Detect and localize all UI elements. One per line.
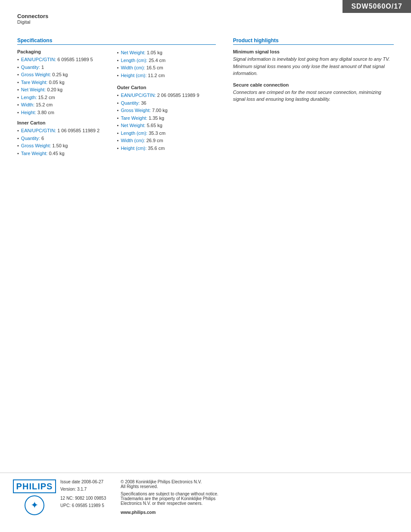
list-item: Gross Weight:7.00 kg [117,107,216,114]
list-item: Quantity:1 [17,64,109,71]
page: SDW5060O/17 Connectors Digital Specifica… [0,0,411,532]
packaging-heading: Packaging [17,49,109,54]
list-item: Width:15.2 cm [17,101,109,109]
highlights-title: Product highlights [233,37,394,45]
outer-carton-heading: Outer Carton [117,85,216,90]
list-item: Length (cm):35.3 cm [117,130,216,137]
list-item: Gross Weight:1.50 kg [17,142,109,149]
philips-logo: PHILIPS ✦ [17,479,52,517]
specifications-title: Specifications [17,37,216,45]
philips-logo-area: PHILIPS ✦ [17,479,52,517]
philips-wordmark: PHILIPS [13,479,56,493]
svg-text:✦: ✦ [31,500,38,510]
list-item: Width (cm):26.9 cm [117,137,216,144]
list-item: Length (cm):25.4 cm [117,57,216,64]
highlight-heading-1: Minimum signal loss [233,49,394,54]
inner-carton-heading: Inner Carton [17,120,109,125]
footer-nc: 12 NC: 9082 100 09853 [60,496,112,501]
footer-disclaimer: Specifications are subject to change wit… [121,492,394,506]
list-item: Tare Weight:0.05 kg [17,79,109,86]
highlight-item-1: Minimum signal loss Signal information i… [233,49,394,77]
packaging-list: EAN/UPC/GTIN:6 09585 11989 5 Quantity:1 … [17,56,109,116]
highlight-item-2: Secure cable connection Connectors are c… [233,82,394,103]
right-packaging-list: Net Weight:1.05 kg Length (cm):25.4 cm W… [117,49,216,79]
footer-upc: UPC: 6 09585 11989 5 [60,503,112,508]
list-item: Tare Weight:0.45 kg [17,150,109,157]
list-item: Quantity:36 [117,100,216,107]
product-category: Connectors [17,13,394,19]
footer-info: Issue date 2008-06-27 Version: 3.1.7 12 … [60,479,394,515]
footer-copyright: © 2008 Koninklijke Philips Electronics N… [121,479,394,489]
list-item: Height (cm):11.2 cm [117,72,216,79]
product-subcategory: Digital [17,19,394,25]
list-item: Width (cm):16.5 cm [117,64,216,72]
footer-col-legal: © 2008 Koninklijke Philips Electronics N… [121,479,394,515]
list-item: EAN/UPC/GTIN:6 09585 11989 5 [17,56,109,63]
footer: PHILIPS ✦ Issue date 2008-06-27 Version:… [0,473,411,523]
highlight-text-1: Signal information is inevitably lost go… [233,56,394,77]
inner-carton-list: EAN/UPC/GTIN:1 06 09585 11989 2 Quantity… [17,127,109,157]
outer-carton-list: EAN/UPC/GTIN:2 06 09585 11989 9 Quantity… [117,92,216,152]
main-content: Specifications Packaging EAN/UPC/GTIN:6 … [17,37,394,161]
footer-version: Version: 3.1.7 [60,487,112,492]
list-item: Length:15.2 cm [17,94,109,101]
highlight-heading-2: Secure cable connection [233,82,394,87]
list-item: Gross Weight:0.25 kg [17,71,109,78]
spec-col-left: Packaging EAN/UPC/GTIN:6 09585 11989 5 Q… [17,49,109,161]
footer-website: www.philips.com [121,510,394,515]
list-item: Quantity:6 [17,135,109,142]
philips-emblem: ✦ [24,495,45,517]
product-model-badge: SDW5060O/17 [342,0,411,13]
highlight-text-2: Connectors are crimped on for the most s… [233,89,394,103]
spec-columns: Packaging EAN/UPC/GTIN:6 09585 11989 5 Q… [17,49,216,161]
list-item: EAN/UPC/GTIN:1 06 09585 11989 2 [17,127,109,134]
list-item: Net Weight:0.20 kg [17,86,109,93]
specifications-column: Specifications Packaging EAN/UPC/GTIN:6 … [17,37,224,161]
list-item: Height (cm):35.6 cm [117,145,216,152]
footer-col-dates: Issue date 2008-06-27 Version: 3.1.7 12 … [60,479,112,515]
spec-col-right: Net Weight:1.05 kg Length (cm):25.4 cm W… [117,49,216,161]
list-item: Tare Weight:1.35 kg [117,115,216,122]
list-item: Height:3.80 cm [17,109,109,116]
list-item: EAN/UPC/GTIN:2 06 09585 11989 9 [117,92,216,99]
list-item: Net Weight:5.65 kg [117,122,216,129]
list-item: Net Weight:1.05 kg [117,49,216,56]
highlights-column: Product highlights Minimum signal loss S… [224,37,394,161]
footer-issue-date: Issue date 2008-06-27 [60,479,112,484]
